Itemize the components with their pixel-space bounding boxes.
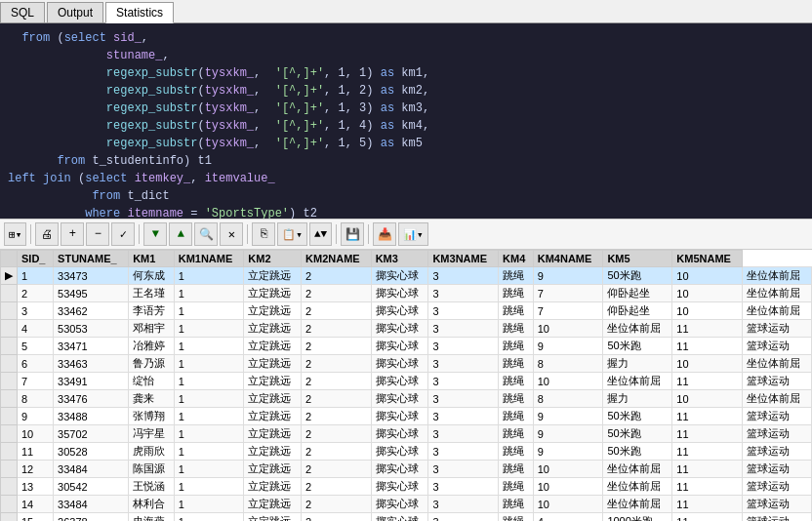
print-button[interactable]: 🖨 bbox=[35, 222, 59, 246]
table-cell[interactable]: 33476 bbox=[54, 390, 129, 408]
table-cell[interactable]: 掷实心球 bbox=[371, 478, 428, 496]
table-cell[interactable]: 6 bbox=[18, 355, 54, 373]
table-cell[interactable]: 跳绳 bbox=[499, 408, 534, 425]
table-cell[interactable]: 仰卧起坐 bbox=[603, 302, 672, 320]
table-cell[interactable]: 9 bbox=[533, 425, 603, 443]
table-cell[interactable]: 跳绳 bbox=[499, 513, 534, 522]
table-cell[interactable]: 1 bbox=[174, 373, 244, 390]
table-cell[interactable]: 33484 bbox=[54, 496, 129, 513]
col-km5[interactable]: KM5 bbox=[603, 251, 672, 267]
table-cell[interactable]: 鲁乃源 bbox=[129, 355, 175, 373]
clear-button[interactable]: ✕ bbox=[220, 222, 243, 246]
table-cell[interactable]: 坐位体前屈 bbox=[603, 373, 672, 390]
table-cell[interactable]: 仰卧起坐 bbox=[603, 285, 672, 302]
add-button[interactable]: + bbox=[61, 222, 84, 246]
table-row[interactable]: 1130528虎雨欣1立定跳远2掷实心球3跳绳950米跑11篮球运动 bbox=[1, 443, 812, 461]
table-cell[interactable]: 立定跳远 bbox=[244, 408, 302, 425]
table-cell[interactable]: 篮球运动 bbox=[742, 496, 811, 513]
table-cell[interactable]: 掷实心球 bbox=[371, 285, 428, 302]
tab-output[interactable]: Output bbox=[47, 2, 103, 22]
table-cell[interactable]: 11 bbox=[672, 461, 743, 478]
tab-sql[interactable]: SQL bbox=[0, 2, 45, 22]
table-cell[interactable]: 篮球运动 bbox=[742, 338, 811, 355]
table-cell[interactable]: 3 bbox=[428, 373, 499, 390]
table-cell[interactable]: 3 bbox=[428, 390, 499, 408]
table-cell[interactable]: 1 bbox=[174, 390, 244, 408]
table-cell[interactable]: 掷实心球 bbox=[371, 461, 428, 478]
table-cell[interactable]: 8 bbox=[533, 390, 603, 408]
table-cell[interactable]: 5 bbox=[18, 338, 54, 355]
import-button[interactable]: 📥 bbox=[373, 222, 396, 246]
table-cell[interactable]: 坐位体前屈 bbox=[603, 461, 672, 478]
table-cell[interactable]: 冶雅婷 bbox=[129, 338, 175, 355]
table-cell[interactable]: 11 bbox=[672, 513, 743, 522]
table-cell[interactable]: 2 bbox=[302, 513, 372, 522]
table-cell[interactable]: 掷实心球 bbox=[371, 513, 428, 522]
table-cell[interactable]: 掷实心球 bbox=[371, 425, 428, 443]
table-cell[interactable]: 1 bbox=[174, 355, 244, 373]
table-cell[interactable]: 9 bbox=[533, 443, 603, 461]
table-cell[interactable]: 33484 bbox=[54, 461, 129, 478]
paste-dropdown[interactable]: 📋 ▾ bbox=[277, 222, 307, 246]
table-cell[interactable]: 掷实心球 bbox=[371, 408, 428, 425]
table-cell[interactable]: 9 bbox=[533, 267, 603, 285]
col-km5name[interactable]: KM5NAME bbox=[672, 251, 743, 267]
table-row[interactable]: 1035702冯宇星1立定跳远2掷实心球3跳绳950米跑11篮球运动 bbox=[1, 425, 812, 443]
table-cell[interactable]: 10 bbox=[533, 320, 603, 338]
table-row[interactable]: 833476龚来1立定跳远2掷实心球3跳绳8握力10坐位体前屈 bbox=[1, 390, 812, 408]
table-cell[interactable]: 10 bbox=[533, 496, 603, 513]
copy-button[interactable]: ⎘ bbox=[252, 222, 275, 246]
table-row[interactable]: 633463鲁乃源1立定跳远2掷实心球3跳绳8握力10坐位体前屈 bbox=[1, 355, 812, 373]
table-cell[interactable]: 33462 bbox=[54, 302, 129, 320]
table-cell[interactable]: 1 bbox=[174, 513, 244, 522]
table-cell[interactable]: 12 bbox=[18, 461, 54, 478]
table-cell[interactable]: 坐位体前屈 bbox=[603, 478, 672, 496]
table-cell[interactable]: 跳绳 bbox=[499, 443, 534, 461]
table-cell[interactable]: 2 bbox=[302, 496, 372, 513]
table-cell[interactable]: 跳绳 bbox=[499, 320, 534, 338]
table-cell[interactable]: 7 bbox=[533, 302, 603, 320]
table-row[interactable]: 533471冶雅婷1立定跳远2掷实心球3跳绳950米跑11篮球运动 bbox=[1, 338, 812, 355]
table-row[interactable]: 1330542王悦涵1立定跳远2掷实心球3跳绳10坐位体前屈11篮球运动 bbox=[1, 478, 812, 496]
table-cell[interactable]: 50米跑 bbox=[603, 267, 672, 285]
table-cell[interactable]: 3 bbox=[428, 338, 499, 355]
table-cell[interactable]: 1 bbox=[174, 338, 244, 355]
table-cell[interactable]: 龚来 bbox=[129, 390, 175, 408]
table-cell[interactable]: 掷实心球 bbox=[371, 390, 428, 408]
table-cell[interactable]: 跳绳 bbox=[499, 496, 534, 513]
table-cell[interactable]: 立定跳远 bbox=[244, 267, 302, 285]
table-cell[interactable]: 立定跳远 bbox=[244, 320, 302, 338]
remove-button[interactable]: − bbox=[86, 222, 109, 246]
table-cell[interactable]: 50米跑 bbox=[603, 425, 672, 443]
table-cell[interactable]: 立定跳远 bbox=[244, 373, 302, 390]
table-cell[interactable]: 2 bbox=[302, 338, 372, 355]
table-cell[interactable]: 立定跳远 bbox=[244, 496, 302, 513]
table-cell[interactable]: 11 bbox=[672, 496, 743, 513]
table-cell[interactable]: 4 bbox=[18, 320, 54, 338]
table-cell[interactable]: 掷实心球 bbox=[371, 443, 428, 461]
table-cell[interactable]: 2 bbox=[302, 267, 372, 285]
table-cell[interactable]: 1 bbox=[174, 496, 244, 513]
table-cell[interactable]: 2 bbox=[302, 443, 372, 461]
table-cell[interactable]: 坐位体前屈 bbox=[603, 496, 672, 513]
table-cell[interactable]: 2 bbox=[302, 478, 372, 496]
table-cell[interactable]: 50米跑 bbox=[603, 408, 672, 425]
table-cell[interactable]: 篮球运动 bbox=[742, 373, 811, 390]
table-cell[interactable]: 10 bbox=[533, 478, 603, 496]
table-cell[interactable]: 1 bbox=[174, 302, 244, 320]
table-cell[interactable]: 坐位体前屈 bbox=[742, 267, 811, 285]
table-cell[interactable]: 3 bbox=[428, 461, 499, 478]
table-cell[interactable]: 30528 bbox=[54, 443, 129, 461]
table-cell[interactable]: 1 bbox=[174, 408, 244, 425]
table-cell[interactable]: 11 bbox=[18, 443, 54, 461]
table-cell[interactable]: 11 bbox=[672, 425, 743, 443]
table-cell[interactable]: 王悦涵 bbox=[129, 478, 175, 496]
col-km2[interactable]: KM2 bbox=[244, 251, 302, 267]
table-row[interactable]: 1526378史海燕1立定跳远2掷实心球3跳绳41000米跑11篮球运动 bbox=[1, 513, 812, 522]
tab-statistics[interactable]: Statistics bbox=[105, 2, 174, 23]
table-cell[interactable]: 35702 bbox=[54, 425, 129, 443]
table-cell[interactable]: 张博翔 bbox=[129, 408, 175, 425]
table-cell[interactable]: 8 bbox=[18, 390, 54, 408]
table-cell[interactable]: 立定跳远 bbox=[244, 513, 302, 522]
table-cell[interactable]: 3 bbox=[428, 513, 499, 522]
